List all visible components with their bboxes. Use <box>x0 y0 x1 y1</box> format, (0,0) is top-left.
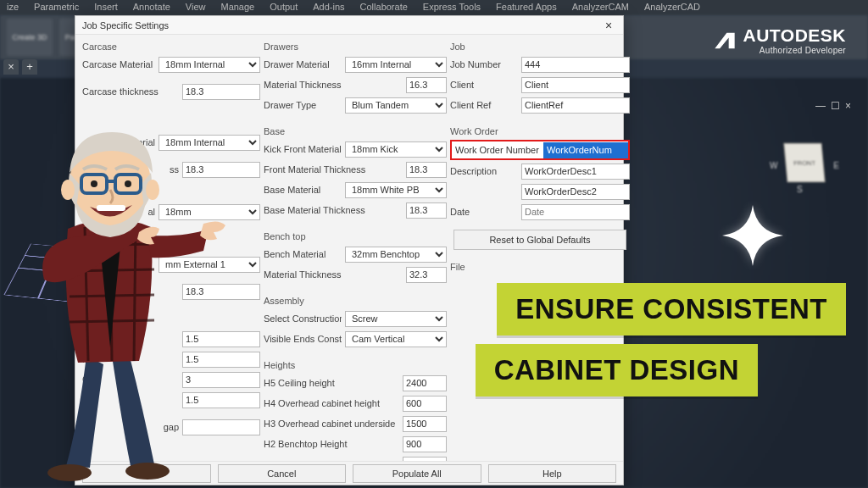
section-heights: Heights <box>264 357 447 372</box>
autodesk-badge: AUTODESK Authorized Developer <box>713 25 846 55</box>
navcube-front[interactable]: FRONT <box>783 143 825 182</box>
menu-item[interactable]: AnalyzerCAM <box>572 2 629 14</box>
menu-item[interactable]: Output <box>270 2 298 14</box>
view-window-controls[interactable]: — ☐ × <box>815 100 860 115</box>
h4-input[interactable] <box>403 396 447 412</box>
wo-desc2-input[interactable] <box>521 184 630 200</box>
navcube[interactable]: FRONT W S E <box>775 136 834 195</box>
doc-tabstrip[interactable]: × + <box>0 59 37 76</box>
client-input[interactable] <box>521 77 630 93</box>
h5-label: H5 Ceiling height <box>264 378 399 388</box>
navcube-s: S <box>797 185 803 194</box>
base-material-select[interactable]: 18mm White PB <box>345 182 447 198</box>
obscured-label: al <box>82 207 155 217</box>
rh-input[interactable] <box>182 352 260 368</box>
lh-input[interactable] <box>182 331 260 347</box>
tab-close-icon[interactable]: × <box>3 59 19 75</box>
rh-label: RH <box>82 354 179 364</box>
section-workorder: Work Order <box>450 123 630 138</box>
cen-label: Cen <box>82 374 179 385</box>
minimize-icon[interactable]: — <box>815 100 826 115</box>
section-assembly: Assembly <box>264 292 447 308</box>
wo-desc-label: Description <box>450 166 518 176</box>
navcube-w: W <box>770 161 777 170</box>
obscured-material2-select[interactable]: 18mm <box>159 204 260 220</box>
reset-defaults-button[interactable]: Reset to Global Defaults <box>453 230 626 250</box>
menu-item[interactable]: AnalyzerCAD <box>644 2 700 14</box>
base-thickness-label: Base Material Thickness <box>264 205 403 215</box>
menu-item[interactable]: Insert <box>94 2 118 14</box>
client-ref-input[interactable] <box>521 97 630 114</box>
wo-date-input[interactable] <box>521 204 630 220</box>
obscured-thickness-input[interactable] <box>182 162 260 178</box>
bench-thickness-label: Material Thickness <box>264 269 403 280</box>
construction-select[interactable]: Screw <box>345 311 447 327</box>
bench-material-label: Bench Material <box>264 249 342 259</box>
bench-material-select[interactable]: 32mm Benchtop <box>345 247 447 263</box>
dialog-close-icon[interactable]: × <box>601 19 616 32</box>
construction-label: Select Construction <box>264 313 342 324</box>
bench-thickness-input[interactable] <box>406 267 447 283</box>
gap-input[interactable] <box>182 419 260 435</box>
drawer-material-label: Drawer Material <box>264 59 342 69</box>
visible-ends-select[interactable]: Cam Vertical <box>345 331 447 347</box>
external-thickness-input[interactable] <box>182 284 260 300</box>
dialog-titlebar[interactable]: Job Specific Settings × <box>75 16 623 35</box>
dialog-title: Job Specific Settings <box>82 20 169 30</box>
col-middle: Drawers Drawer Material 16mm Internal Ma… <box>264 38 447 474</box>
menu-item[interactable]: Parametric <box>34 2 79 14</box>
h3-input[interactable] <box>403 416 447 432</box>
external-material-select[interactable]: mm External 1 <box>159 257 260 273</box>
kick-front-select[interactable]: 18mm Kick <box>345 141 447 158</box>
work-order-number-row: Work Order Number <box>450 140 630 160</box>
gap-label: gap <box>82 422 179 432</box>
work-order-number-input[interactable] <box>543 142 628 158</box>
populate-all-button[interactable]: Populate All <box>353 464 481 483</box>
menu-item[interactable]: ize <box>7 2 19 14</box>
close-icon[interactable]: × <box>845 100 851 115</box>
tab-add-icon[interactable]: + <box>22 59 37 75</box>
help-button[interactable]: Help <box>488 464 617 483</box>
front-thickness-input[interactable] <box>406 162 447 178</box>
navcube-e: E <box>833 161 839 170</box>
ribbon-button[interactable]: Create 3D <box>7 19 53 56</box>
menu-item[interactable]: Collaborate <box>360 2 408 14</box>
t-label: T <box>82 395 179 405</box>
carcase-material-select[interactable]: 18mm Internal <box>159 57 260 73</box>
obscured-label: erial <box>82 137 155 147</box>
cen-input[interactable] <box>182 372 260 388</box>
drawer-thickness-label: Material Thickness <box>264 80 403 90</box>
job-number-input[interactable] <box>521 57 630 73</box>
obscured-material-select[interactable]: 18mm Internal <box>159 135 260 151</box>
wo-desc1-input[interactable] <box>521 164 630 180</box>
t-input[interactable] <box>182 392 260 408</box>
h2-input[interactable] <box>403 436 447 452</box>
section-file: File <box>450 258 630 274</box>
ok-button[interactable]: OK <box>82 464 211 483</box>
maximize-icon[interactable]: ☐ <box>831 100 840 115</box>
h5-input[interactable] <box>403 375 447 391</box>
carcase-thickness-input[interactable] <box>182 84 260 100</box>
drawer-thickness-input[interactable] <box>406 77 447 93</box>
h2-label: H2 Benchtop Height <box>264 439 399 449</box>
app-menubar[interactable]: ize Parametric Insert Annotate View Mana… <box>0 0 868 15</box>
drawer-material-select[interactable]: 16mm Internal <box>345 57 447 73</box>
menu-item[interactable]: Add-ins <box>313 2 344 14</box>
menu-item[interactable]: Annotate <box>133 2 170 14</box>
base-thickness-input[interactable] <box>406 202 447 219</box>
menu-item[interactable]: Manage <box>220 2 254 14</box>
headline-banner-1: ENSURE CONSISTENT <box>497 283 846 336</box>
menu-item[interactable]: Express Tools <box>423 2 481 14</box>
menu-item[interactable]: View <box>186 2 206 14</box>
front-thickness-label: Front Material Thickness <box>264 164 403 175</box>
section-job: Job <box>450 38 630 53</box>
menu-item[interactable]: Featured Apps <box>496 2 557 14</box>
client-label: Client <box>450 80 518 90</box>
client-ref-label: Client Ref <box>450 100 518 110</box>
section-carcase: Carcase <box>82 38 260 53</box>
drawer-type-select[interactable]: Blum Tandem <box>345 97 447 114</box>
autodesk-brand: AUTODESK <box>743 25 846 46</box>
cancel-button[interactable]: Cancel <box>218 464 347 483</box>
h4-label: H4 Overhead cabinet height <box>264 398 399 408</box>
col-job: Job Job Number Client Client Ref Work Or… <box>450 38 630 474</box>
